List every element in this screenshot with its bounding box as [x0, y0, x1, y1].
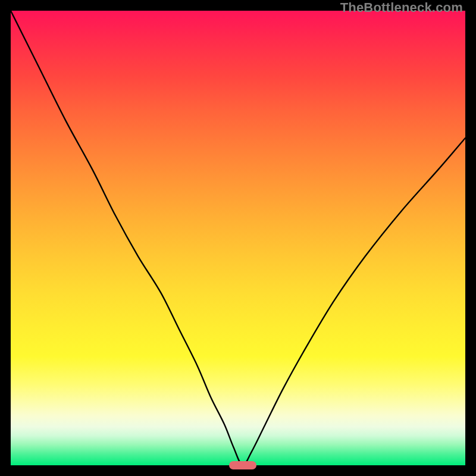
chart-container: TheBottleneck.com: [0, 0, 476, 476]
watermark-text: TheBottleneck.com: [340, 0, 463, 15]
optimum-marker: [229, 461, 256, 469]
chart-background-gradient: [11, 11, 465, 465]
